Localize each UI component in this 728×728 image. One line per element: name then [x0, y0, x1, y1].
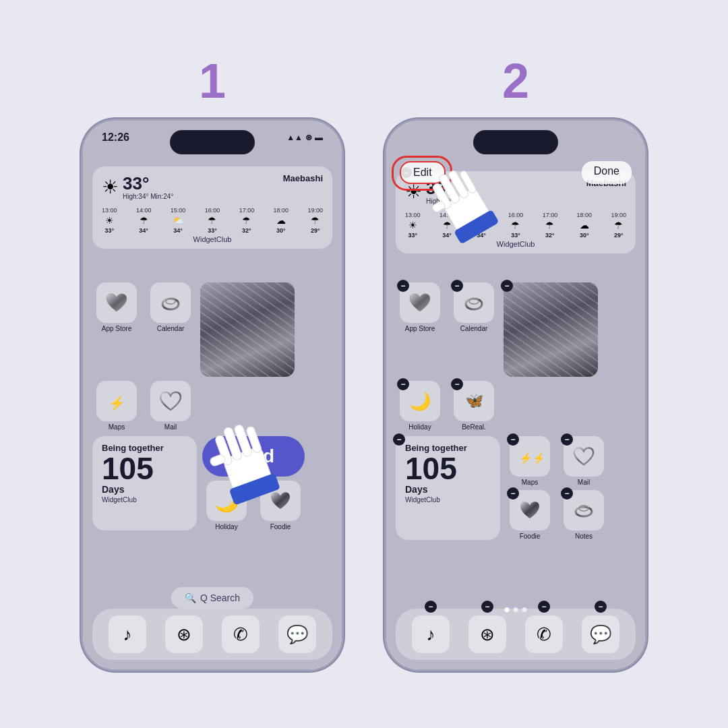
calendar-label-2: Calendar	[460, 325, 488, 332]
maps-label-2: Maps	[522, 479, 538, 486]
dock-music-2[interactable]: ♪	[412, 615, 450, 653]
edit-bar-2: Edit Done	[386, 161, 645, 184]
remove-dock-messages-2[interactable]: −	[595, 601, 607, 613]
step1-wrapper: 1 12:26 ▲▲ ⊛ ▬	[81, 57, 344, 671]
step1-number: 1	[199, 57, 226, 105]
mail-label-2: Mail	[578, 479, 590, 486]
lightning-icon-1: ⚡⚡⚡	[104, 389, 129, 413]
step2-number: 2	[502, 57, 529, 105]
widgetclub-label-weather-2: WidgetClub	[405, 240, 626, 248]
dock-phone-wrapper-2: − ✆	[525, 615, 563, 653]
remove-holiday-2[interactable]: −	[397, 378, 409, 390]
svg-text:⚡⚡⚡: ⚡⚡⚡	[109, 395, 129, 411]
maps-mail-row-2: − ⚡⚡⚡ Maps −	[506, 436, 608, 486]
app-icon-appstore-1[interactable]: App Store	[92, 282, 141, 332]
dock-2: − ♪ − ⊛ − ✆ − 💬	[396, 609, 636, 660]
edit-button-2[interactable]: Edit	[400, 161, 446, 184]
dock-messages-2[interactable]: 💬	[582, 615, 619, 653]
dock-safari-wrapper-2: − ⊛	[468, 615, 506, 653]
remove-appstore-2[interactable]: −	[397, 280, 409, 292]
done-button-2[interactable]: Done	[582, 161, 632, 184]
app-icon-notes-2[interactable]: −	[559, 490, 608, 540]
app-icon-maps-2[interactable]: − ⚡⚡⚡ Maps	[506, 436, 554, 486]
app-grid-1[interactable]: App Store	[92, 282, 332, 535]
search-icon-1: 🔍	[185, 593, 196, 603]
ring-icon-1	[158, 291, 183, 315]
app-icon-calendar-2[interactable]: −	[450, 282, 498, 332]
calendar-label-1: Calendar	[157, 325, 185, 332]
svg-text:⚡⚡⚡: ⚡⚡⚡	[519, 452, 542, 464]
dock-messages-wrapper-2: − 💬	[582, 615, 619, 653]
counter-row-1: Being together 105 Days WidgetClub Hold …	[92, 436, 332, 530]
remove-dock-phone-2[interactable]: −	[538, 601, 550, 613]
dock-phone-2[interactable]: ✆	[525, 615, 563, 653]
holiday-label-1: Holiday	[215, 523, 237, 530]
large-photo-widget-1	[200, 282, 295, 377]
mail-label-1: Mail	[164, 423, 177, 431]
app-icon-mail-2[interactable]: −	[559, 436, 608, 486]
counter-number-1: 105	[102, 453, 187, 484]
dock-safari-1[interactable]: ⊛	[165, 615, 203, 653]
counter-widget-1: Being together 105 Days WidgetClub	[92, 436, 197, 530]
counter-widgetclub-2: WidgetClub	[405, 496, 491, 504]
app-icon-holiday-2[interactable]: − 🌙 Holiday	[396, 381, 444, 431]
bereal-label-2: BeReal.	[462, 423, 486, 431]
phone1-screen: 12:26 ▲▲ ⊛ ▬ ☀ 33° High:34° M	[83, 121, 342, 669]
app-icon-foodie-1[interactable]: Foodie	[256, 481, 305, 530]
heart-foodie-icon-1	[268, 489, 293, 513]
phone1: 12:26 ▲▲ ⊛ ▬ ☀ 33° High:34° M	[81, 119, 344, 671]
remove-foodie-2[interactable]: −	[507, 487, 519, 499]
weather-widget-1: ☀ 33° High:34° Min:24° Maebashi 13:00 ☀	[92, 166, 332, 249]
main-container: 1 12:26 ▲▲ ⊛ ▬	[0, 0, 728, 728]
weather-city-1: Maebashi	[283, 173, 323, 183]
app-icon-calendar-1[interactable]: Calendar	[146, 282, 195, 332]
widgetclub-label-weather-1: WidgetClub	[102, 235, 323, 243]
dock-music-1[interactable]: ♪	[109, 615, 146, 653]
remove-photo-widget-2[interactable]: −	[501, 280, 513, 292]
dynamic-island-1	[170, 130, 255, 154]
remove-notes-2[interactable]: −	[561, 487, 573, 499]
app-icon-appstore-2[interactable]: −	[396, 282, 444, 332]
app-icon-holiday-1[interactable]: 🌙 Holiday	[202, 481, 251, 530]
dock-messages-1[interactable]: 💬	[278, 615, 316, 653]
foodie-label-2: Foodie	[520, 533, 541, 540]
weather-forecast-1: 13:00 ☀ 33° 14:00 ☂ 34° 15:00 ⛅ 34°	[102, 204, 323, 234]
notes-label-2: Notes	[575, 533, 593, 540]
weather-detail-2: High:34°	[426, 198, 452, 205]
dock-safari-2[interactable]: ⊛	[468, 615, 506, 653]
remove-calendar-2[interactable]: −	[451, 280, 463, 292]
search-bar-1[interactable]: 🔍 Q Search	[171, 587, 253, 609]
app-icon-foodie-2[interactable]: −	[506, 490, 554, 540]
appstore-label-2: App Store	[405, 325, 435, 332]
appstore-label-1: App Store	[102, 325, 131, 332]
app-grid-2[interactable]: −	[396, 282, 636, 544]
right-apps-2: − ⚡⚡⚡ Maps −	[506, 436, 608, 540]
remove-maps-2[interactable]: −	[507, 433, 519, 446]
hold-button-1[interactable]: Hold	[202, 436, 305, 477]
remove-mail-2[interactable]: −	[561, 433, 573, 446]
large-photo-widget-2: −	[504, 282, 598, 377]
app-row-2: ⚡⚡⚡ Maps	[92, 381, 332, 431]
remove-dock-music-2[interactable]: −	[425, 601, 437, 613]
dock-1: ♪ ⊛ ✆ 💬	[92, 609, 332, 660]
step2-wrapper: 2 Edit Done −	[384, 57, 647, 671]
counter-widgetclub-1: WidgetClub	[102, 496, 187, 504]
sun-icon-1: ☀	[102, 176, 119, 198]
forecast-1300: 13:00 ☀ 33°	[102, 207, 117, 234]
small-apps-row-1: 🌙 Holiday	[202, 481, 305, 530]
app-icon-bereal-2[interactable]: − 🦋 BeReal.	[450, 381, 498, 431]
holiday-label-2: Holiday	[408, 423, 431, 431]
maps-label-1: Maps	[109, 423, 125, 431]
app-icon-maps-1[interactable]: ⚡⚡⚡ Maps	[92, 381, 141, 431]
app-icon-mail-1[interactable]: Mail	[146, 381, 195, 431]
remove-counter-2[interactable]: −	[393, 433, 405, 446]
weather-forecast-2: 13:00 ☀ 33° 14:00 ☂ 34° 15:00 ⛅ 34°	[405, 209, 626, 239]
heart-icon-1	[104, 290, 129, 315]
dock-phone-1[interactable]: ✆	[222, 615, 260, 653]
edit-btn-wrapper: Edit	[400, 161, 446, 184]
remove-bereal-2[interactable]: −	[451, 378, 463, 390]
counter-widget-2: − Being together 105 Days WidgetClub	[396, 436, 500, 540]
counter-row-2: − Being together 105 Days WidgetClub	[396, 436, 636, 540]
foodie-label-1: Foodie	[270, 523, 291, 530]
remove-dock-safari-2[interactable]: −	[481, 601, 493, 613]
